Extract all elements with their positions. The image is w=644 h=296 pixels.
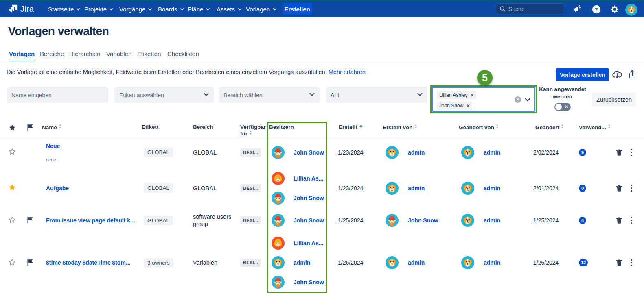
user-name-link[interactable]: John Snow xyxy=(408,217,438,224)
etikett-filter-select[interactable]: Etikett auswählen xyxy=(114,87,214,103)
user-name-link[interactable]: admin xyxy=(408,185,425,192)
all-filter-select[interactable]: ALL xyxy=(326,87,427,103)
remove-chip-icon[interactable]: ✕ xyxy=(466,103,470,108)
owner-name-link[interactable]: John Snow xyxy=(294,195,324,201)
header-geaendert[interactable]: Geändert xyxy=(531,122,579,137)
nav-item-boards[interactable]: Boards xyxy=(158,1,184,17)
modified-by[interactable]: admin xyxy=(461,256,531,269)
more-actions-button[interactable] xyxy=(631,259,632,266)
star-icon[interactable] xyxy=(9,259,16,266)
table-row-time-variables[interactable]: $time $today $dateTime $tom... 3 owners … xyxy=(0,232,644,294)
delete-button[interactable] xyxy=(616,149,623,156)
nav-item-plaene[interactable]: Pläne xyxy=(188,1,210,17)
remove-chip-icon[interactable]: ✕ xyxy=(470,93,474,98)
tab-hierarchien[interactable]: Hierarchien xyxy=(69,50,101,61)
owner-john-snow[interactable]: John Snow xyxy=(272,276,334,289)
tab-bereiche[interactable]: Bereiche xyxy=(40,50,64,61)
delete-button[interactable] xyxy=(616,259,623,266)
bereich-filter-select[interactable]: Bereich wählen xyxy=(219,87,320,103)
user-name-link[interactable]: admin xyxy=(408,149,425,156)
owner-john-snow[interactable]: John Snow xyxy=(272,214,334,227)
owner-john-snow[interactable]: John Snow xyxy=(272,192,334,205)
owner-name-link[interactable]: John Snow xyxy=(294,149,324,156)
owner-lillian-ashley[interactable]: Lillian As... xyxy=(272,172,334,185)
header-bereich[interactable]: Bereich xyxy=(193,122,240,137)
template-name-link[interactable]: Neue xyxy=(46,143,141,149)
owner-name-link[interactable]: Lillian As... xyxy=(294,240,323,246)
modified-by[interactable]: admin xyxy=(461,214,531,227)
owner-name-link[interactable]: Lillian As... xyxy=(294,175,323,182)
learn-more-link[interactable]: Mehr erfahren xyxy=(329,69,366,75)
modified-by[interactable]: admin xyxy=(461,182,531,195)
announcements-button[interactable] xyxy=(572,4,583,15)
user-name-link[interactable]: admin xyxy=(484,217,500,224)
delete-button[interactable] xyxy=(616,217,623,224)
tab-checklisten[interactable]: Checklisten xyxy=(167,50,199,61)
header-erstellt-von[interactable]: Erstellt von xyxy=(383,122,459,137)
search-input[interactable] xyxy=(508,6,557,12)
created-by[interactable]: John Snow xyxy=(386,214,459,227)
star-icon-active[interactable] xyxy=(9,184,16,191)
more-actions-button[interactable] xyxy=(631,185,632,192)
table-row-from-issue-view[interactable]: From issue view page default k... GLOBAL… xyxy=(0,209,644,232)
header-verfuegbar[interactable]: Verfügbarfür xyxy=(240,122,267,137)
search-box[interactable] xyxy=(496,3,564,14)
owner-name-link[interactable]: admin xyxy=(294,259,310,266)
import-button[interactable] xyxy=(612,69,622,80)
jira-brand[interactable]: Jira xyxy=(8,3,34,15)
user-name-link[interactable]: admin xyxy=(484,149,500,156)
star-icon[interactable] xyxy=(9,148,16,155)
nav-item-projekte[interactable]: Projekte xyxy=(84,1,113,17)
header-verwendungen[interactable]: Verwend... xyxy=(579,122,611,137)
header-name[interactable]: Name xyxy=(42,122,141,137)
header-star[interactable] xyxy=(0,122,27,137)
created-by[interactable]: admin xyxy=(386,256,459,269)
tab-vorlagen[interactable]: Vorlagen xyxy=(9,50,35,61)
more-actions-button[interactable] xyxy=(631,149,632,156)
nav-item-assets[interactable]: Assets xyxy=(217,1,241,17)
owner-lillian-ashley[interactable]: Lillian As... xyxy=(272,237,334,250)
owner-filter-multiselect[interactable]: Lillian Ashley ✕ John Snow ✕ ✕ xyxy=(432,87,535,112)
modified-by[interactable]: admin xyxy=(461,146,531,159)
table-row-neue[interactable]: Neueneue GLOBAL GLOBAL BESI... John Snow… xyxy=(0,137,644,167)
export-button[interactable] xyxy=(627,69,637,80)
delete-button[interactable] xyxy=(616,185,623,192)
flag-icon[interactable] xyxy=(27,259,33,266)
flag-icon[interactable] xyxy=(27,217,33,223)
nav-item-vorlagen[interactable]: Vorlagen xyxy=(246,1,276,17)
created-by[interactable]: admin xyxy=(386,182,459,195)
name-filter-input[interactable] xyxy=(11,92,103,98)
star-icon[interactable] xyxy=(9,216,16,224)
owner-name-link[interactable]: John Snow xyxy=(294,279,324,285)
owner-john-snow[interactable]: John Snow xyxy=(272,146,334,159)
owner-name-link[interactable]: John Snow xyxy=(294,217,324,224)
user-name-link[interactable]: admin xyxy=(484,259,500,266)
header-erstellt[interactable]: Erstellt xyxy=(334,122,383,137)
owner-chip-lillian-ashley[interactable]: Lillian Ashley ✕ xyxy=(437,91,476,99)
header-flag[interactable] xyxy=(27,122,42,137)
clear-selection-icon[interactable]: ✕ xyxy=(515,96,521,103)
owner-admin[interactable]: admin xyxy=(272,256,334,269)
template-name-link[interactable]: $time $today $dateTime $tom... xyxy=(46,259,141,266)
can-apply-toggle[interactable]: ✕ xyxy=(554,103,571,111)
header-besitzern[interactable]: Besitzern xyxy=(267,122,334,137)
template-name-link[interactable]: Aufgabe xyxy=(46,185,141,192)
template-name-link[interactable]: From issue view page default k... xyxy=(46,217,141,224)
help-button[interactable] xyxy=(591,4,602,15)
user-avatar[interactable] xyxy=(625,4,637,16)
settings-button[interactable] xyxy=(609,4,620,15)
header-etikett[interactable]: Etikett xyxy=(141,122,193,137)
nav-item-startseite[interactable]: Startseite xyxy=(48,1,80,17)
table-row-aufgabe[interactable]: Aufgabe GLOBAL GLOBAL BESI... Lillian As… xyxy=(0,167,644,209)
created-by[interactable]: admin xyxy=(386,146,459,159)
reset-button[interactable]: Zurücksetzen xyxy=(592,93,636,106)
owner-chip-john-snow[interactable]: John Snow ✕ xyxy=(437,102,472,110)
more-actions-button[interactable] xyxy=(631,217,632,224)
create-button[interactable]: Erstellen xyxy=(283,3,312,15)
user-name-link[interactable]: admin xyxy=(408,259,425,266)
tab-variablen[interactable]: Variablen xyxy=(106,50,131,61)
user-name-link[interactable]: admin xyxy=(484,185,500,192)
chevron-down-icon[interactable] xyxy=(525,98,530,102)
header-geaendert-von[interactable]: Geändert von xyxy=(459,122,531,137)
create-template-button[interactable]: Vorlage erstellen xyxy=(556,68,609,81)
